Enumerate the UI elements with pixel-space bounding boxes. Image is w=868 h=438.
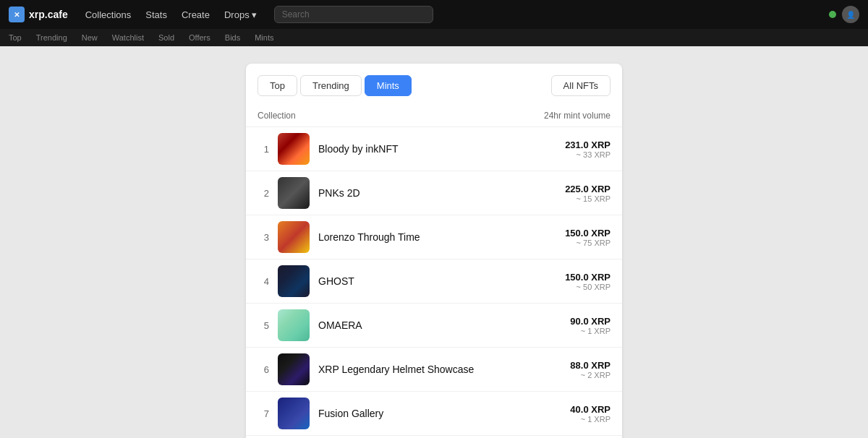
collection-name: OMAERA	[318, 319, 561, 331]
row-rank: 7	[258, 408, 269, 419]
vol-main: 90.0 XRP	[570, 316, 610, 327]
status-dot	[829, 11, 836, 18]
row-rank: 3	[258, 232, 269, 243]
collection-name: PNKs 2D	[318, 187, 556, 199]
sub-nav-trending[interactable]: Trending	[36, 33, 67, 42]
sub-nav-new[interactable]: New	[82, 33, 98, 42]
tab-top[interactable]: Top	[258, 75, 297, 96]
search-input[interactable]	[274, 6, 433, 23]
vol-sub: ~ 15 XRP	[565, 194, 610, 203]
volume-col: 90.0 XRP ~ 1 XRP	[570, 316, 610, 335]
nav-drops[interactable]: Drops ▾	[218, 7, 263, 23]
logo-text: xrp.cafe	[29, 9, 68, 20]
collection-thumbnail	[278, 221, 310, 253]
rankings-panel: Top Trending Mints All NFTs Collection 2…	[246, 64, 622, 438]
all-nfts-button[interactable]: All NFTs	[551, 75, 610, 96]
row-rank: 1	[258, 144, 269, 155]
vol-main: 40.0 XRP	[570, 404, 610, 415]
vol-sub: ~ 50 XRP	[565, 283, 610, 291]
nav-links: Collections Stats Create Drops ▾	[80, 7, 263, 23]
sub-header: Top Trending New Watchlist Sold Offers B…	[0, 29, 868, 46]
vol-main: 150.0 XRP	[565, 228, 610, 239]
volume-col: 150.0 XRP ~ 75 XRP	[565, 228, 610, 247]
tab-mints[interactable]: Mints	[365, 75, 412, 96]
table-rows: 1 Bloody by inkNFT 231.0 XRP ~ 33 XRP 2 …	[246, 127, 622, 438]
logo[interactable]: ✕ xrp.cafe	[9, 7, 68, 22]
row-rank: 6	[258, 364, 269, 375]
main-content: Top Trending Mints All NFTs Collection 2…	[0, 46, 868, 438]
collection-thumbnail	[278, 353, 310, 385]
collection-thumbnail	[278, 265, 310, 297]
vol-main: 88.0 XRP	[570, 360, 610, 371]
navbar: ✕ xrp.cafe Collections Stats Create Drop…	[0, 0, 868, 29]
collection-thumbnail	[278, 133, 310, 165]
table-row[interactable]: 7 Fusion Gallery 40.0 XRP ~ 1 XRP	[246, 392, 622, 436]
nav-create[interactable]: Create	[176, 7, 216, 23]
col-collection-header: Collection	[258, 111, 296, 121]
collection-thumbnail	[278, 398, 310, 429]
vol-main: 225.0 XRP	[565, 184, 610, 194]
collection-name: Fusion Gallery	[318, 408, 561, 419]
vol-sub: ~ 33 XRP	[565, 150, 610, 159]
row-rank: 2	[258, 188, 269, 199]
table-row[interactable]: 4 GHOST 150.0 XRP ~ 50 XRP	[246, 259, 622, 304]
volume-col: 40.0 XRP ~ 1 XRP	[570, 404, 610, 424]
collection-name: Lorenzo Through Time	[318, 231, 556, 243]
volume-col: 150.0 XRP ~ 50 XRP	[565, 272, 610, 291]
tab-bar: Top Trending Mints All NFTs	[246, 75, 622, 105]
nav-collections[interactable]: Collections	[80, 7, 137, 23]
table-row[interactable]: 2 PNKs 2D 225.0 XRP ~ 15 XRP	[246, 171, 622, 215]
chevron-down-icon: ▾	[252, 9, 257, 20]
tab-trending[interactable]: Trending	[300, 75, 362, 96]
row-rank: 5	[258, 320, 269, 331]
avatar[interactable]: 👤	[842, 6, 859, 23]
collection-name: XRP Legendary Helmet Showcase	[318, 364, 561, 375]
table-header: Collection 24hr mint volume	[246, 105, 622, 127]
collection-thumbnail	[278, 177, 310, 209]
sub-nav-sold[interactable]: Sold	[158, 33, 174, 42]
volume-col: 88.0 XRP ~ 2 XRP	[570, 360, 610, 379]
nav-stats[interactable]: Stats	[140, 7, 173, 23]
table-row[interactable]: 5 OMAERA 90.0 XRP ~ 1 XRP	[246, 304, 622, 348]
vol-sub: ~ 1 XRP	[570, 415, 610, 424]
sub-nav-watchlist[interactable]: Watchlist	[112, 33, 144, 42]
collection-name: GHOST	[318, 275, 556, 287]
vol-main: 231.0 XRP	[565, 139, 610, 150]
vol-sub: ~ 2 XRP	[570, 371, 610, 379]
row-rank: 4	[258, 276, 269, 287]
sub-nav-top[interactable]: Top	[9, 33, 22, 42]
nav-right: 👤	[829, 6, 859, 23]
table-row[interactable]: 1 Bloody by inkNFT 231.0 XRP ~ 33 XRP	[246, 127, 622, 171]
table-row[interactable]: 3 Lorenzo Through Time 150.0 XRP ~ 75 XR…	[246, 215, 622, 259]
sub-nav-bids[interactable]: Bids	[225, 33, 240, 42]
vol-sub: ~ 1 XRP	[570, 327, 610, 335]
volume-col: 231.0 XRP ~ 33 XRP	[565, 139, 610, 159]
vol-main: 150.0 XRP	[565, 272, 610, 283]
col-volume-header: 24hr mint volume	[544, 111, 610, 121]
sub-nav-offers[interactable]: Offers	[189, 33, 210, 42]
collection-thumbnail	[278, 309, 310, 341]
vol-sub: ~ 75 XRP	[565, 239, 610, 247]
logo-icon: ✕	[9, 7, 25, 22]
volume-col: 225.0 XRP ~ 15 XRP	[565, 184, 610, 203]
sub-nav-mints[interactable]: Mints	[255, 33, 273, 42]
collection-name: Bloody by inkNFT	[318, 143, 556, 155]
table-row[interactable]: 6 XRP Legendary Helmet Showcase 88.0 XRP…	[246, 348, 622, 392]
